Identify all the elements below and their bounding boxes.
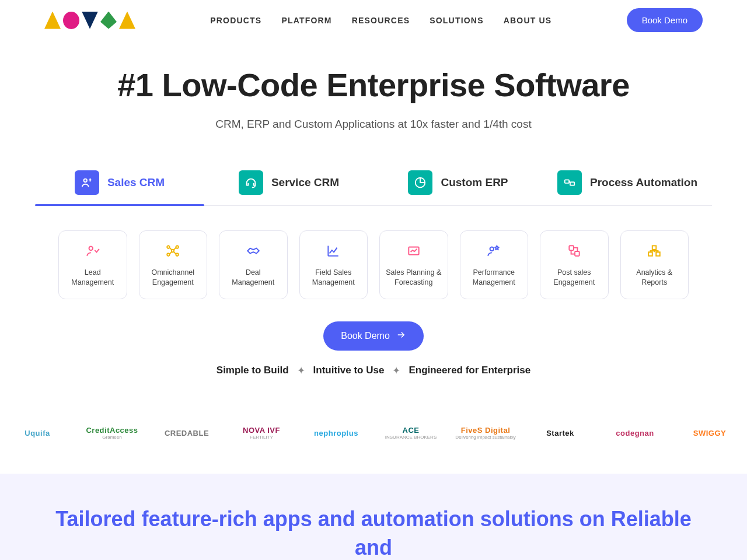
nav-about[interactable]: ABOUT US — [504, 16, 552, 25]
client-logo: codegnan — [598, 429, 672, 438]
handshake-icon — [245, 242, 262, 260]
svg-rect-15 — [649, 252, 653, 256]
tagline: Simple to Build ✦ Intuitive to Use ✦ Eng… — [0, 365, 747, 377]
card-sales-planning[interactable]: Sales Planning & Forecasting — [379, 230, 448, 299]
forecast-icon — [405, 242, 423, 260]
brand-logo — [44, 12, 135, 29]
card-label: Lead Management — [65, 268, 121, 288]
tab-label: Process Automation — [590, 176, 697, 189]
nav-platform[interactable]: PLATFORM — [281, 16, 331, 25]
svg-point-5 — [172, 250, 174, 252]
lead-icon — [84, 242, 102, 260]
card-label: Post sales Engagement — [546, 268, 602, 288]
section2-heading: Tailored feature-rich apps and automatio… — [47, 505, 700, 560]
tab-process-automation[interactable]: Process Automation — [543, 164, 712, 205]
svg-rect-14 — [652, 246, 657, 250]
nav-solutions[interactable]: SOLUTIONS — [430, 16, 483, 25]
card-label: Analytics & Reports — [627, 268, 683, 288]
svg-point-0 — [83, 179, 87, 183]
svg-point-9 — [176, 253, 179, 256]
card-label: Field Sales Management — [306, 268, 362, 288]
sparkle-icon: ✦ — [392, 365, 400, 377]
client-logo: CreditAccessGrameen — [75, 426, 149, 440]
headset-icon — [239, 170, 263, 195]
logo-shape-4 — [100, 12, 117, 29]
logo-shape-1 — [44, 12, 61, 29]
nav-resources[interactable]: RESOURCES — [352, 16, 410, 25]
pie-chart-icon — [408, 170, 432, 195]
client-logo: Uquifa — [0, 429, 75, 438]
tagline-c: Engineered for Enterprise — [409, 365, 530, 377]
svg-point-7 — [176, 246, 179, 248]
sparkle-icon: ✦ — [297, 365, 305, 377]
svg-rect-3 — [570, 182, 574, 186]
client-logo: Startek — [523, 429, 598, 438]
card-deal-management[interactable]: Deal Management — [219, 230, 288, 299]
cta-row: Book Demo — [0, 321, 747, 351]
card-post-sales[interactable]: Post sales Engagement — [540, 230, 609, 299]
card-label: Sales Planning & Forecasting — [386, 268, 442, 288]
svg-rect-12 — [569, 246, 574, 250]
reports-icon — [645, 242, 663, 260]
book-demo-cta-button[interactable]: Book Demo — [323, 321, 424, 351]
card-lead-management[interactable]: Lead Management — [58, 230, 127, 299]
logo-shape-3 — [82, 12, 98, 29]
feature-cards: Lead Management Omnichannel Engagement D… — [58, 230, 689, 299]
tab-label: Sales CRM — [107, 176, 165, 189]
svg-rect-2 — [565, 180, 569, 183]
arrow-right-icon — [396, 330, 406, 342]
card-label: Omnichannel Engagement — [145, 268, 201, 288]
client-logo: nephroplus — [299, 429, 374, 438]
tab-label: Service CRM — [271, 176, 339, 189]
book-demo-button[interactable]: Book Demo — [627, 8, 703, 32]
product-tabs: Sales CRM Service CRM Custom ERP Process… — [35, 164, 712, 206]
logo-shape-2 — [63, 12, 79, 29]
tailored-apps-section: Tailored feature-rich apps and automatio… — [0, 474, 747, 560]
svg-point-8 — [167, 253, 170, 256]
svg-point-6 — [167, 246, 170, 248]
card-field-sales[interactable]: Field Sales Management — [299, 230, 368, 299]
svg-point-4 — [89, 247, 93, 251]
client-logo: CREDABLE — [149, 429, 224, 438]
tagline-b: Intuitive to Use — [313, 365, 385, 377]
card-performance[interactable]: Performance Management — [460, 230, 529, 299]
site-header: PRODUCTS PLATFORM RESOURCES SOLUTIONS AB… — [0, 0, 747, 38]
logo-shape-5 — [119, 12, 135, 29]
tab-label: Custom ERP — [441, 176, 508, 189]
card-label: Performance Management — [466, 268, 522, 288]
hero-subtitle: CRM, ERP and Custom Applications at 10x … — [23, 118, 724, 131]
users-dollar-icon — [75, 170, 99, 195]
svg-rect-13 — [575, 251, 580, 256]
card-label: Deal Management — [225, 268, 281, 288]
cta-label: Book Demo — [341, 331, 390, 341]
client-logos-strip: Uquifa CreditAccessGrameen CREDABLE NOVA… — [0, 418, 747, 448]
client-logo: NOVA IVFFERTILITY — [224, 426, 299, 440]
primary-nav: PRODUCTS PLATFORM RESOURCES SOLUTIONS AB… — [210, 16, 551, 25]
card-omnichannel[interactable]: Omnichannel Engagement — [139, 230, 208, 299]
automation-icon — [557, 170, 582, 195]
network-icon — [164, 242, 181, 260]
client-logo: ACEINSURANCE BROKERS — [374, 426, 448, 440]
client-logo: SWIGGY — [672, 429, 747, 438]
client-logo: FiveS DigitalDelivering impact sustainab… — [448, 426, 523, 440]
hero: #1 Low-Code Enterprise Software CRM, ERP… — [0, 38, 747, 139]
card-analytics[interactable]: Analytics & Reports — [620, 230, 689, 299]
nav-products[interactable]: PRODUCTS — [210, 16, 261, 25]
tab-custom-erp[interactable]: Custom ERP — [374, 164, 543, 205]
hero-title: #1 Low-Code Enterprise Software — [23, 66, 724, 104]
tagline-a: Simple to Build — [217, 365, 289, 377]
star-user-icon — [485, 242, 502, 260]
svg-rect-16 — [657, 252, 661, 256]
svg-point-11 — [490, 247, 494, 251]
engagement-icon — [566, 242, 583, 260]
tab-sales-crm[interactable]: Sales CRM — [35, 164, 204, 205]
trend-up-icon — [324, 242, 342, 260]
tab-service-crm[interactable]: Service CRM — [204, 164, 374, 205]
